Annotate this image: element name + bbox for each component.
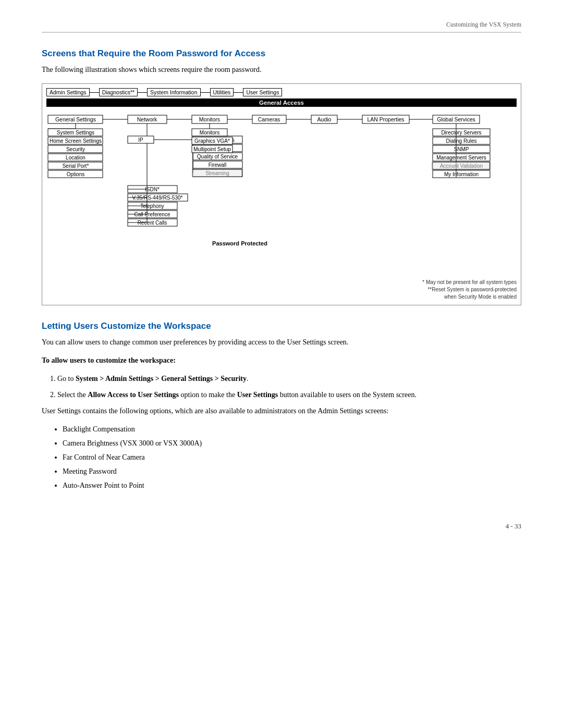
footnote-line-3: when Security Mode is enabled — [46, 293, 517, 301]
svg-rect-88 — [192, 169, 242, 177]
connector-line — [138, 92, 147, 93]
section2-sub-heading-text: To allow users to customize the workspac… — [42, 356, 176, 364]
svg-text:Location: Location — [66, 155, 85, 161]
svg-text:Home Screen Settings: Home Screen Settings — [50, 138, 102, 144]
section2: Letting Users Customize the Workspace Yo… — [42, 321, 521, 491]
svg-text:Graphics VGA*: Graphics VGA* — [194, 138, 230, 144]
section1-intro: The following illustration shows which s… — [42, 64, 521, 75]
bullet-4: Meeting Password — [63, 466, 521, 477]
step2-bold1: Allow Access to User Settings — [88, 391, 179, 399]
svg-text:Password Protected: Password Protected — [212, 240, 267, 246]
page-header: Customizing the VSX System — [42, 21, 521, 33]
svg-text:My Information: My Information — [444, 171, 479, 177]
svg-text:Dialing Rules: Dialing Rules — [446, 138, 477, 144]
step2-bold2: User Settings — [237, 391, 278, 399]
section2-sub-heading: To allow users to customize the workspac… — [42, 355, 521, 366]
svg-text:Firewall: Firewall — [209, 162, 226, 168]
svg-text:Cameras: Cameras — [258, 116, 280, 122]
bullet-2: Camera Brightness (VSX 3000 or VSX 3000A… — [63, 438, 521, 449]
tab-user-settings: User Settings — [243, 88, 282, 96]
steps-list: Go to System > Admin Settings > General … — [57, 373, 521, 400]
step-1: Go to System > Admin Settings > General … — [57, 373, 521, 384]
step-2: Select the Allow Access to User Settings… — [57, 389, 521, 400]
svg-text:Network: Network — [137, 116, 157, 122]
svg-text:Management Servers: Management Servers — [436, 155, 486, 161]
svg-rect-89 — [432, 162, 489, 169]
connector-line — [90, 92, 99, 93]
diagram-svg: General Settings Network Monitors Camera… — [47, 110, 516, 277]
section2-intro: You can allow users to change common use… — [42, 337, 521, 348]
header-text: Customizing the VSX System — [446, 21, 521, 28]
svg-text:Global Services: Global Services — [437, 116, 475, 122]
svg-text:Monitors: Monitors — [200, 130, 219, 135]
svg-text:Quality of Service: Quality of Service — [197, 154, 238, 159]
svg-text:IP: IP — [138, 137, 143, 143]
diagram-footnote: * May not be present for all system type… — [46, 279, 517, 301]
general-access-bar: General Access — [46, 98, 517, 107]
diagram-top-row: Admin Settings Diagnostics** System Info… — [46, 88, 517, 96]
svg-text:Audio: Audio — [317, 116, 332, 122]
tab-diagnostics: Diagnostics** — [99, 88, 138, 96]
footnote-line-1: * May not be present for all system type… — [46, 279, 517, 286]
step1-bold: System > Admin Settings > General Settin… — [76, 375, 247, 382]
svg-text:Directory Servers: Directory Servers — [441, 130, 481, 135]
svg-text:General Settings: General Settings — [55, 116, 96, 122]
page-container: Customizing the VSX System Screens that … — [0, 0, 563, 728]
diagram: Admin Settings Diagnostics** System Info… — [42, 83, 521, 305]
bullet-5: Auto-Answer Point to Point — [63, 480, 521, 491]
footnote-line-2: **Reset System is password-protected — [46, 286, 517, 293]
bullet-list: Backlight Compensation Camera Brightness… — [63, 424, 521, 491]
svg-text:Security: Security — [66, 146, 85, 152]
tab-utilities: Utilities — [210, 88, 234, 96]
svg-text:Monitors: Monitors — [199, 116, 220, 122]
svg-text:LAN Properties: LAN Properties — [367, 116, 404, 122]
bullet-1: Backlight Compensation — [63, 424, 521, 435]
page-number: 4 - 33 — [42, 522, 521, 530]
svg-text:Serial Port*: Serial Port* — [63, 163, 89, 169]
tab-admin-settings: Admin Settings — [46, 88, 90, 96]
svg-text:Multipoint Setup: Multipoint Setup — [193, 146, 231, 152]
section1-heading: Screens that Require the Room Password f… — [42, 48, 521, 59]
section2-body2: User Settings contains the following opt… — [42, 405, 521, 416]
tab-system-information: System Information — [147, 88, 200, 96]
svg-text:Options: Options — [67, 171, 84, 177]
svg-text:System Settings: System Settings — [57, 130, 94, 135]
connector-line — [234, 92, 243, 93]
connector-line — [201, 92, 210, 93]
section2-heading: Letting Users Customize the Workspace — [42, 321, 521, 331]
bullet-3: Far Control of Near Camera — [63, 452, 521, 463]
